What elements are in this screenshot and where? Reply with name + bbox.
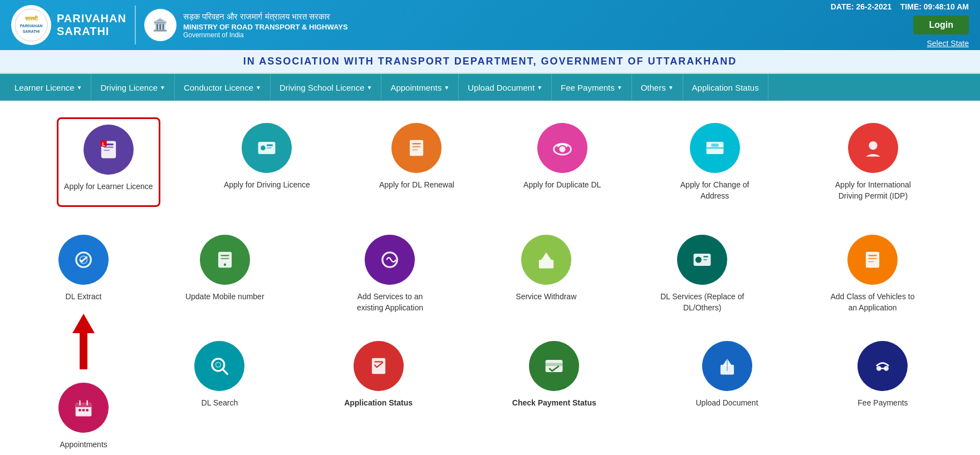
dl-services-label: DL Services (Replace of DL/Others) xyxy=(658,291,747,313)
svg-marker-26 xyxy=(72,314,95,369)
grid-item-apply-dl-renewal[interactable]: Apply for DL Renewal xyxy=(374,117,460,207)
service-withdraw-icon xyxy=(521,235,571,285)
grid-item-dl-services[interactable]: DL Services (Replace of DL/Others) xyxy=(652,229,752,319)
svg-line-50 xyxy=(223,369,228,374)
grid-item-check-payment[interactable]: Check Payment Status xyxy=(507,335,602,414)
grid-item-add-services[interactable]: Add Services to an existing Application xyxy=(340,229,440,319)
application-status-label: Application Status xyxy=(344,398,413,409)
nav-item-appointments[interactable]: Appointments ▼ xyxy=(381,74,459,101)
svg-rect-44 xyxy=(703,259,707,260)
main-content: LApply for Learner LicenceApply for Driv… xyxy=(0,101,980,455)
update-mobile-icon xyxy=(200,235,250,285)
svg-rect-32 xyxy=(82,409,85,411)
svg-point-37 xyxy=(224,264,226,266)
add-services-label: Add Services to an existing Application xyxy=(345,291,434,313)
nav-item-learner-licence[interactable]: Learner Licence ▼ xyxy=(6,74,91,101)
svg-rect-47 xyxy=(868,258,876,259)
parivahan-label: PARIVAHAN SARATHI xyxy=(57,12,126,38)
svg-text:सारथी: सारथी xyxy=(24,16,38,22)
grid-item-update-mobile[interactable]: Update Mobile number xyxy=(180,229,270,319)
check-payment-label: Check Payment Status xyxy=(512,398,596,409)
header-right: DATE: 26-2-2021 TIME: 09:48:10 AM Login … xyxy=(831,2,969,48)
appointments-label: Appointments xyxy=(60,439,107,451)
svg-rect-53 xyxy=(374,362,383,363)
header-divider xyxy=(135,6,136,44)
svg-rect-15 xyxy=(413,143,421,144)
svg-rect-39 xyxy=(539,260,553,268)
navbar: Learner Licence ▼Driving Licence ▼Conduc… xyxy=(0,74,980,101)
svg-rect-28 xyxy=(76,403,92,407)
svg-point-51 xyxy=(216,363,221,368)
nav-item-upload-document[interactable]: Upload Document ▼ xyxy=(459,74,552,101)
grid-item-upload-document[interactable]: Upload Document xyxy=(690,335,763,414)
grid-item-apply-driving[interactable]: Apply for Driving Licence xyxy=(218,117,316,207)
fee-payments-icon xyxy=(857,341,908,391)
apply-dl-renewal-icon xyxy=(391,123,442,173)
apply-duplicate-dl-icon xyxy=(537,123,587,173)
svg-rect-55 xyxy=(546,363,563,367)
sarathi-logo: सारथी PARIVAHAN SARATHI xyxy=(11,5,51,45)
ministry-section: 🏛️ सड़क परिवहन और राजमार्ग मंत्रालय भारत… xyxy=(144,9,348,41)
svg-point-23 xyxy=(869,141,877,150)
apply-learner-icon: L xyxy=(84,125,134,175)
nav-item-driving-licence[interactable]: Driving Licence ▼ xyxy=(91,74,174,101)
svg-text:SARATHI: SARATHI xyxy=(23,29,40,33)
svg-point-38 xyxy=(383,253,397,267)
svg-rect-12 xyxy=(267,144,273,146)
svg-rect-45 xyxy=(866,252,879,268)
svg-point-19 xyxy=(559,146,565,152)
dl-extract-icon xyxy=(58,235,109,285)
svg-rect-13 xyxy=(267,147,272,149)
apply-change-address-icon xyxy=(690,123,740,173)
grid-item-apply-idp[interactable]: Apply for International Driving Permit (… xyxy=(823,117,923,207)
red-arrow-up xyxy=(64,314,103,372)
svg-point-11 xyxy=(261,146,266,151)
nav-item-fee-payments[interactable]: Fee Payments ▼ xyxy=(552,74,632,101)
apply-duplicate-dl-label: Apply for Duplicate DL xyxy=(523,180,601,191)
svg-rect-31 xyxy=(79,409,81,411)
grid-item-service-withdraw[interactable]: Service Withdraw xyxy=(510,229,582,319)
grid-item-apply-change-address[interactable]: Apply for Change of Address xyxy=(665,117,765,207)
apply-idp-icon xyxy=(848,123,898,173)
svg-rect-33 xyxy=(86,409,88,411)
time-value: 09:48:10 AM xyxy=(924,2,969,11)
add-class-label: Add Class of Vehicles to an Application xyxy=(828,291,917,313)
grid-item-apply-duplicate-dl[interactable]: Apply for Duplicate DL xyxy=(518,117,606,207)
svg-text:L: L xyxy=(102,141,105,147)
apply-learner-label: Apply for Learner Licence xyxy=(64,181,153,192)
svg-rect-22 xyxy=(711,144,718,147)
svg-rect-35 xyxy=(220,255,229,256)
association-bar: IN ASSOCIATION WITH TRANSPORT DEPARTMENT… xyxy=(0,50,980,74)
grid-item-add-class[interactable]: Add Class of Vehicles to an Application xyxy=(822,229,923,319)
emblem-icon: 🏛️ xyxy=(144,9,177,41)
grid-item-dl-extract[interactable]: DL Extract xyxy=(53,229,114,308)
nav-item-conductor-licence[interactable]: Conductor Licence ▼ xyxy=(175,74,271,101)
ministry-text: सड़क परिवहन और राजमार्ग मंत्रालय भारत सर… xyxy=(183,12,348,39)
nav-item-driving-school-licence[interactable]: Driving School Licence ▼ xyxy=(271,74,381,101)
date-label: DATE: xyxy=(831,2,854,11)
datetime-display: DATE: 26-2-2021 TIME: 09:48:10 AM xyxy=(831,2,969,11)
check-payment-icon xyxy=(529,341,579,391)
upload-document-icon xyxy=(702,341,752,391)
add-class-icon xyxy=(847,235,898,285)
ministry-english: MINISTRY OF ROAD TRANSPORT & HIGHWAYS xyxy=(183,23,348,31)
ministry-hindi: सड़क परिवहन और राजमार्ग मंत्रालय भारत सर… xyxy=(183,12,348,22)
nav-item-others[interactable]: Others ▼ xyxy=(632,74,683,101)
nav-item-application-status[interactable]: Application Status xyxy=(683,74,768,101)
grid-item-application-status[interactable]: Application Status xyxy=(339,335,418,414)
login-button[interactable]: Login xyxy=(913,16,969,34)
header: सारथी PARIVAHAN SARATHI PARIVAHAN SARATH… xyxy=(0,0,980,50)
grid-item-fee-payments[interactable]: Fee Payments xyxy=(852,335,913,414)
svg-rect-43 xyxy=(703,256,708,258)
grid-item-appointments[interactable]: Appointments xyxy=(53,377,114,455)
svg-point-42 xyxy=(695,257,702,263)
svg-marker-40 xyxy=(541,253,551,260)
ministry-gov: Government of India xyxy=(183,31,348,39)
grid-item-dl-search[interactable]: DL Search xyxy=(189,335,250,414)
apply-idp-label: Apply for International Driving Permit (… xyxy=(829,180,918,201)
svg-rect-17 xyxy=(413,149,418,150)
grid-item-apply-learner[interactable]: LApply for Learner Licence xyxy=(57,117,160,207)
select-state-link[interactable]: Select State xyxy=(927,39,969,48)
apply-change-address-label: Apply for Change of Address xyxy=(670,180,759,201)
service-withdraw-label: Service Withdraw xyxy=(516,291,576,303)
